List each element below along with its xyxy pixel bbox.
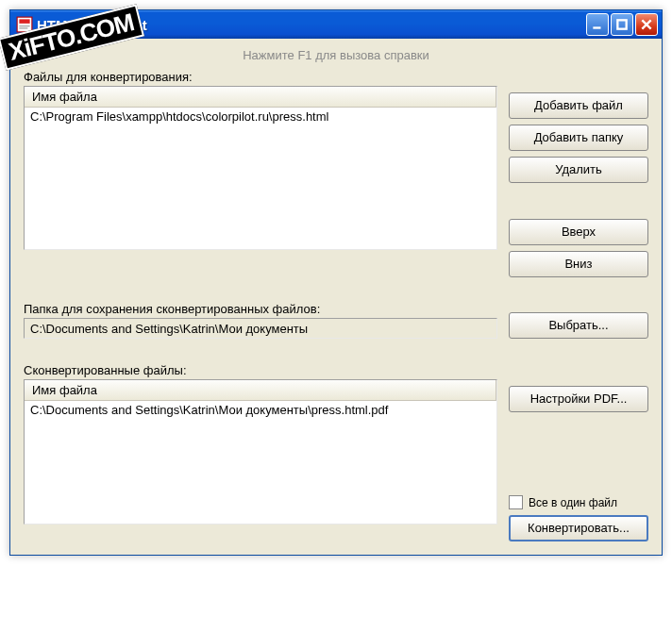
svg-rect-3 — [19, 27, 27, 28]
app-window: HTML2PDF Pilot Нажмите F1 для вызова спр… — [9, 9, 663, 556]
help-hint: Нажмите F1 для вызова справки — [24, 48, 648, 62]
convert-button[interactable]: Конвертировать... — [509, 515, 648, 541]
converted-files-list[interactable]: Имя файла C:\Documents and Settings\Katr… — [24, 379, 497, 525]
converted-list-header[interactable]: Имя файла — [25, 380, 496, 401]
add-folder-button[interactable]: Добавить папку — [509, 125, 648, 151]
minimize-button[interactable] — [586, 13, 609, 36]
add-file-button[interactable]: Добавить файл — [509, 92, 648, 119]
svg-rect-4 — [593, 26, 600, 28]
source-files-list[interactable]: Имя файла C:\Program Files\xampp\htdocs\… — [24, 86, 497, 250]
svg-rect-5 — [617, 20, 626, 28]
window-controls — [586, 13, 658, 36]
move-down-button[interactable]: Вниз — [509, 251, 648, 277]
list-item[interactable]: C:\Program Files\xampp\htdocs\colorpilot… — [25, 108, 496, 125]
all-in-one-label: Все в один файл — [529, 496, 617, 509]
client-area: Нажмите F1 для вызова справки Файлы для … — [10, 39, 662, 555]
move-up-button[interactable]: Вверх — [509, 219, 648, 245]
maximize-button[interactable] — [611, 13, 633, 36]
pdf-settings-button[interactable]: Настройки PDF... — [509, 386, 648, 412]
converted-label: Сконвертированные файлы: — [24, 363, 497, 377]
close-button[interactable] — [635, 13, 658, 36]
svg-rect-1 — [19, 19, 29, 24]
save-folder-field[interactable]: C:\Documents and Settings\Katrin\Мои док… — [24, 318, 497, 339]
converted-column-header[interactable]: Имя файла — [25, 380, 496, 400]
source-column-header[interactable]: Имя файла — [25, 87, 496, 107]
source-list-header[interactable]: Имя файла — [25, 87, 496, 108]
delete-button[interactable]: Удалить — [509, 157, 648, 183]
svg-rect-2 — [19, 25, 29, 26]
files-label: Файлы для конвертирования: — [24, 70, 497, 84]
save-folder-label: Папка для сохранения сконвертированных ф… — [24, 302, 497, 316]
list-item[interactable]: C:\Documents and Settings\Katrin\Мои док… — [25, 401, 496, 419]
browse-button[interactable]: Выбрать... — [509, 312, 648, 339]
all-in-one-checkbox[interactable] — [509, 495, 523, 509]
